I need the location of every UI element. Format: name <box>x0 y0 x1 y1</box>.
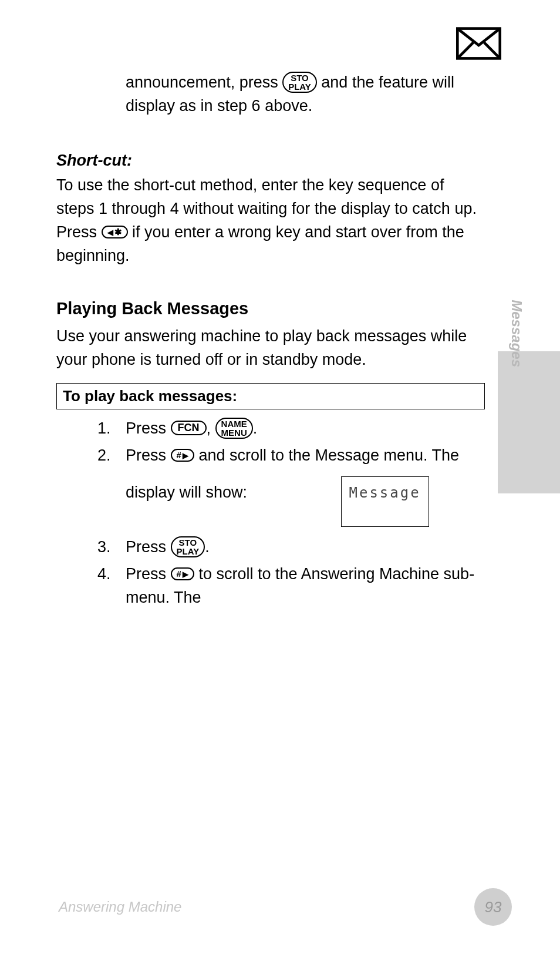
shortcut-text: To use the short-cut method, enter the k… <box>56 173 485 267</box>
step-3: Press STO PLAY . <box>97 535 485 559</box>
lcd-text: Message <box>349 485 421 501</box>
sto-play-key-icon: STO PLAY <box>282 72 317 93</box>
manual-page: announcement, press STO PLAY and the fea… <box>0 0 560 961</box>
sto-play-key-icon: STO PLAY <box>171 536 205 557</box>
section-body: Use your answering machine to play back … <box>56 324 485 371</box>
step-4: Press #▶ to scroll to the Answering Mach… <box>97 562 485 609</box>
intro-paragraph: announcement, press STO PLAY and the fea… <box>56 70 485 117</box>
content-area: announcement, press STO PLAY and the fea… <box>56 70 485 613</box>
intro-before: announcement, press <box>126 73 282 91</box>
side-tab-label: Messages <box>508 300 525 367</box>
section-title: Playing Back Messages <box>56 299 485 318</box>
step-1: Press FCN, NAME MENU . <box>97 416 485 440</box>
lcd-display: Message <box>341 476 429 527</box>
fcn-key-icon: FCN <box>171 421 207 435</box>
side-tab-bg <box>498 351 560 493</box>
mail-icon <box>456 27 501 60</box>
step-2: Press #▶ and scroll to the Message menu.… <box>97 443 485 532</box>
shortcut-label: Short-cut: <box>56 152 485 170</box>
name-menu-key-icon: NAME MENU <box>215 418 253 439</box>
svg-line-1 <box>457 42 473 58</box>
star-back-key-icon: ◀✱ <box>102 226 128 238</box>
steps-list: Press FCN, NAME MENU . Press #▶ and scro… <box>56 416 485 609</box>
hash-right-key-icon: #▶ <box>171 449 194 462</box>
steps-box-title: To play back messages: <box>63 387 237 405</box>
page-number-badge: 93 <box>474 888 512 926</box>
hash-right-key-icon: #▶ <box>171 567 194 580</box>
svg-line-2 <box>484 42 500 58</box>
shortcut-block: Short-cut: To use the short-cut method, … <box>56 152 485 267</box>
steps-box: To play back messages: <box>56 383 485 409</box>
footer-section-name: Answering Machine <box>59 899 181 915</box>
page-number: 93 <box>485 898 502 916</box>
